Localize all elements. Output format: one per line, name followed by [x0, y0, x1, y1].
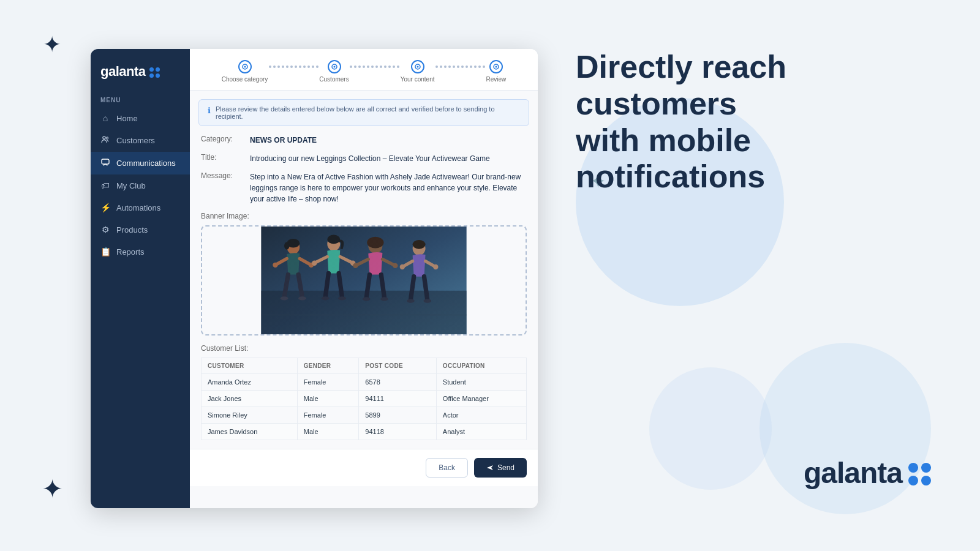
sidebar-item-customers-label: Customers [116, 136, 155, 145]
communications-icon [100, 158, 110, 168]
step-bar: Choose category Customers [190, 49, 538, 91]
sidebar-item-products-label: Products [116, 225, 148, 234]
sidebar-item-communications-label: Communications [116, 159, 176, 168]
step-dots-1 [268, 66, 319, 68]
step-label-3: Your content [401, 76, 435, 83]
back-button[interactable]: Back [426, 458, 468, 478]
sidebar-menu-label: MENU [91, 92, 190, 107]
svg-point-6 [333, 66, 335, 68]
step-label-1: Choose category [222, 76, 268, 83]
title-label: Title: [201, 153, 250, 164]
right-panel-headline: Directly reach customers with mobile not… [576, 49, 943, 195]
home-icon: ⌂ [100, 113, 110, 123]
cell-gender: Female [297, 407, 359, 424]
review-section: Category: NEWS OR UPDATE Title: Introduc… [190, 126, 538, 449]
sidebar-dot-1 [149, 67, 154, 72]
step-choose-category: Choose category [222, 60, 268, 83]
col-header-occupation: OCCUPATION [436, 358, 526, 374]
logo-dot-2 [921, 463, 931, 473]
sidebar-logo-dots [149, 67, 160, 78]
table-row: Simone RileyFemale5899Actor [202, 407, 527, 424]
info-banner-text: Please review the details entered below … [216, 105, 520, 120]
cell-postcode: 5899 [359, 407, 437, 424]
customer-table: CUSTOMER GENDER POST CODE OCCUPATION Ama… [201, 358, 527, 440]
my-club-icon: 🏷 [100, 181, 110, 190]
info-banner: ℹ Please review the details entered belo… [198, 99, 529, 126]
svg-point-4 [244, 66, 246, 68]
svg-rect-2 [102, 159, 109, 164]
send-button[interactable]: Send [474, 458, 527, 478]
main-content: Choose category Customers [190, 49, 538, 508]
col-header-customer: CUSTOMER [202, 358, 298, 374]
action-row: Back Send [190, 449, 538, 486]
reports-icon: 📋 [100, 247, 110, 257]
sidebar-item-automations-label: Automations [116, 203, 160, 212]
banner-image-box [201, 225, 527, 335]
step-circle-2 [328, 60, 341, 73]
sidebar-item-automations[interactable]: ⚡ Automations [91, 197, 190, 219]
right-logo-text: galanta [804, 456, 902, 490]
info-icon: ℹ [208, 106, 211, 115]
cell-gender: Female [297, 374, 359, 391]
sidebar-dot-3 [149, 73, 154, 78]
step-review: Review [486, 60, 506, 83]
message-label: Message: [201, 171, 250, 204]
table-header-row: CUSTOMER GENDER POST CODE OCCUPATION [202, 358, 527, 374]
table-row: Jack JonesMale94111Office Manager [202, 391, 527, 407]
customer-table-body: Amanda OrtezFemale6578StudentJack JonesM… [202, 374, 527, 440]
category-label: Category: [201, 135, 250, 146]
sidebar-logo-text: galanta [100, 64, 146, 80]
sidebar-item-products[interactable]: ⚙ Products [91, 219, 190, 241]
logo-dot-4 [921, 476, 931, 485]
step-dots-3 [434, 66, 486, 68]
col-header-postcode: POST CODE [359, 358, 437, 374]
message-value: Step into a New Era of Active Fashion wi… [250, 171, 527, 204]
table-row: Amanda OrtezFemale6578Student [202, 374, 527, 391]
send-icon [486, 464, 494, 471]
sidebar-dot-4 [156, 73, 160, 78]
cell-occupation: Student [436, 374, 526, 391]
step-circle-1 [238, 60, 252, 73]
cell-occupation: Actor [436, 407, 526, 424]
right-logo-dots [908, 463, 931, 485]
sidebar-item-reports-label: Reports [116, 247, 145, 257]
customers-icon [100, 135, 110, 146]
cell-gender: Male [297, 391, 359, 407]
sidebar-item-communications[interactable]: Communications [91, 152, 190, 174]
cell-customer: Jack Jones [202, 391, 298, 407]
cell-postcode: 94111 [359, 391, 437, 407]
automations-icon: ⚡ [100, 203, 110, 212]
cell-occupation: Office Manager [436, 391, 526, 407]
svg-point-1 [106, 137, 108, 139]
sparkle-top-left-icon: ✦ [43, 34, 61, 56]
sidebar-dot-2 [156, 67, 160, 72]
svg-point-0 [103, 137, 105, 139]
sidebar-item-home[interactable]: ⌂ Home [91, 107, 190, 129]
cell-customer: Amanda Ortez [202, 374, 298, 391]
cell-postcode: 6578 [359, 374, 437, 391]
svg-rect-39 [261, 227, 466, 334]
table-row: James DavidsonMale94118Analyst [202, 424, 527, 440]
step-customers: Customers [319, 60, 349, 83]
category-value: NEWS OR UPDATE [250, 135, 317, 146]
col-header-gender: GENDER [297, 358, 359, 374]
sidebar-item-customers[interactable]: Customers [91, 129, 190, 152]
sidebar-item-reports[interactable]: 📋 Reports [91, 241, 190, 263]
logo-dot-1 [908, 463, 918, 473]
right-panel: Directly reach customers with mobile not… [539, 0, 980, 551]
cell-customer: James Davidson [202, 424, 298, 440]
fitness-scene-image [202, 227, 526, 334]
cell-gender: Male [297, 424, 359, 440]
sidebar-item-my-club[interactable]: 🏷 My Club [91, 174, 190, 197]
banner-image-label: Banner Image: [201, 212, 527, 220]
step-dots-2 [349, 66, 401, 68]
sparkle-bottom-left-icon: ✦ [42, 476, 63, 502]
send-label: Send [497, 463, 514, 472]
logo-dot-3 [908, 476, 918, 485]
cell-postcode: 94118 [359, 424, 437, 440]
step-label-2: Customers [319, 76, 349, 83]
svg-point-8 [417, 66, 418, 68]
cell-occupation: Analyst [436, 424, 526, 440]
step-label-4: Review [486, 76, 506, 83]
products-icon: ⚙ [100, 225, 110, 234]
